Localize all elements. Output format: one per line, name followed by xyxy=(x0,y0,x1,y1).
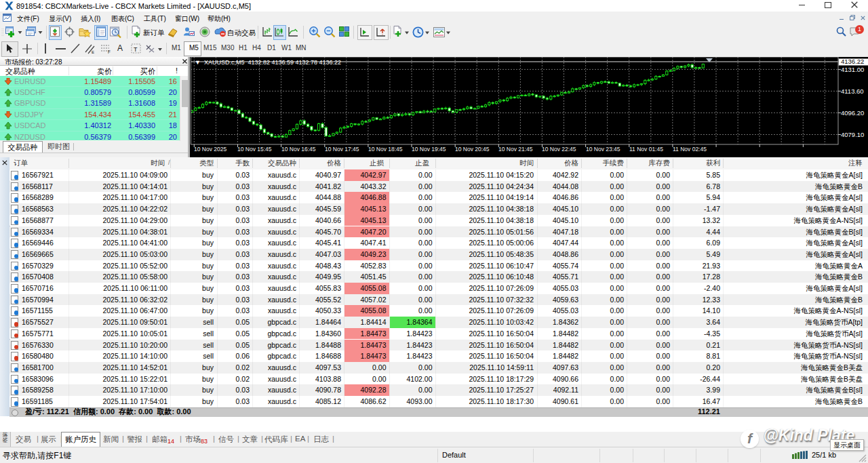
svg-text:F: F xyxy=(108,49,111,54)
svg-text:E: E xyxy=(92,50,94,54)
svg-text:T: T xyxy=(134,46,138,53)
